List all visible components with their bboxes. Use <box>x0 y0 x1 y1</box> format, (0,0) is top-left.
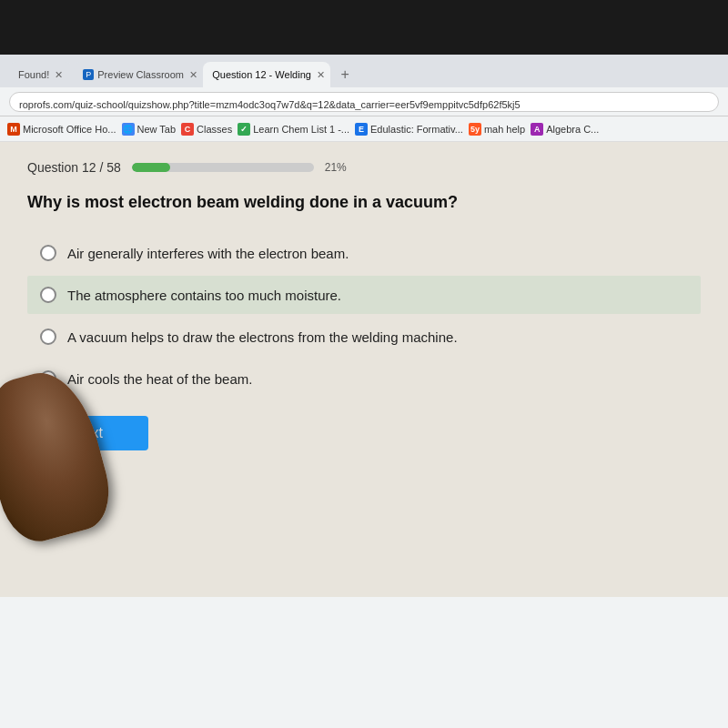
answer-c-text: A vacuum helps to draw the electrons fro… <box>67 329 458 345</box>
progress-area: Question 12 / 58 21% <box>27 160 701 175</box>
tab-found[interactable]: Found! ✕ <box>9 62 72 87</box>
bookmark-learnchem[interactable]: ✓ Learn Chem List 1 -... <box>238 123 349 136</box>
bookmark-microsoft[interactable]: M Microsoft Office Ho... <box>7 123 116 136</box>
bookmark-algebra[interactable]: A Algebra C... <box>531 123 599 136</box>
tab-bar: Found! ✕ P Preview Classroom ✕ Question … <box>0 55 728 87</box>
radio-d[interactable] <box>40 370 56 387</box>
bookmark-mahhelp-icon: 5y <box>469 123 481 136</box>
tab-question12-close[interactable]: ✕ <box>317 69 325 81</box>
finger-overlay <box>0 379 118 561</box>
tab-preview-icon: P <box>83 69 94 80</box>
progress-bar-fill <box>132 163 170 172</box>
answer-option-a[interactable]: Air generally interferes with the electr… <box>27 234 701 272</box>
address-bar: roprofs.com/quiz-school/quizshow.php?tit… <box>0 87 728 116</box>
bookmark-microsoft-label: Microsoft Office Ho... <box>23 124 116 135</box>
answer-d-text: Air cools the heat of the beam. <box>67 371 252 387</box>
bookmark-classes[interactable]: C Classes <box>181 123 232 136</box>
new-tab-button[interactable]: + <box>332 62 358 87</box>
bookmark-classes-icon: C <box>181 123 194 136</box>
progress-bar-container <box>132 163 314 172</box>
bookmark-learnchem-icon: ✓ <box>238 123 250 136</box>
page-content: Question 12 / 58 21% Why is most electro… <box>0 142 728 597</box>
bezel-top <box>0 0 728 55</box>
answer-option-c[interactable]: A vacuum helps to draw the electrons fro… <box>27 318 701 356</box>
radio-c[interactable] <box>40 329 56 345</box>
bookmark-edulastic-icon: E <box>355 123 368 136</box>
bookmark-mahhelp[interactable]: 5y mah help <box>469 123 525 136</box>
bookmark-newtab[interactable]: 🌐 New Tab <box>122 123 177 136</box>
tab-preview-label: Preview Classroom <box>97 69 184 80</box>
progress-label: Question 12 / 58 <box>27 160 121 175</box>
bookmark-mahhelp-label: mah help <box>484 124 525 135</box>
answer-a-text: Air generally interferes with the electr… <box>67 246 349 261</box>
answer-option-d[interactable]: Air cools the heat of the beam. <box>27 359 701 398</box>
bookmark-newtab-icon: 🌐 <box>122 123 135 136</box>
bookmark-algebra-icon: A <box>531 123 543 136</box>
radio-b[interactable] <box>40 287 56 303</box>
progress-pct: 21% <box>325 161 347 174</box>
bookmark-edulastic[interactable]: E Edulastic: Formativ... <box>355 123 463 136</box>
bookmark-classes-label: Classes <box>197 124 232 135</box>
bookmark-newtab-label: New Tab <box>137 124 177 135</box>
bookmark-learnchem-label: Learn Chem List 1 -... <box>253 124 349 135</box>
answer-option-b[interactable]: The atmosphere contains too much moistur… <box>27 276 701 314</box>
tab-question12[interactable]: Question 12 - Welding ✕ <box>203 62 330 87</box>
address-input[interactable]: roprofs.com/quiz-school/quizshow.php?tit… <box>9 92 719 112</box>
question-text: Why is most electron beam welding done i… <box>27 191 701 214</box>
bookmark-algebra-label: Algebra C... <box>546 124 599 135</box>
radio-a[interactable] <box>40 245 56 261</box>
tab-preview-classroom[interactable]: P Preview Classroom ✕ <box>74 62 201 87</box>
tab-preview-close[interactable]: ✕ <box>189 69 197 81</box>
bookmark-edulastic-label: Edulastic: Formativ... <box>370 124 463 135</box>
bookmark-microsoft-icon: M <box>7 123 20 136</box>
answer-b-text: The atmosphere contains too much moistur… <box>67 288 341 303</box>
tab-found-label: Found! <box>18 69 49 80</box>
browser-window: Found! ✕ P Preview Classroom ✕ Question … <box>0 55 728 728</box>
bookmarks-bar: M Microsoft Office Ho... 🌐 New Tab C Cla… <box>0 116 728 142</box>
tab-question12-label: Question 12 - Welding <box>212 69 311 80</box>
next-button[interactable]: Next <box>27 416 148 450</box>
tab-found-close[interactable]: ✕ <box>55 69 63 81</box>
